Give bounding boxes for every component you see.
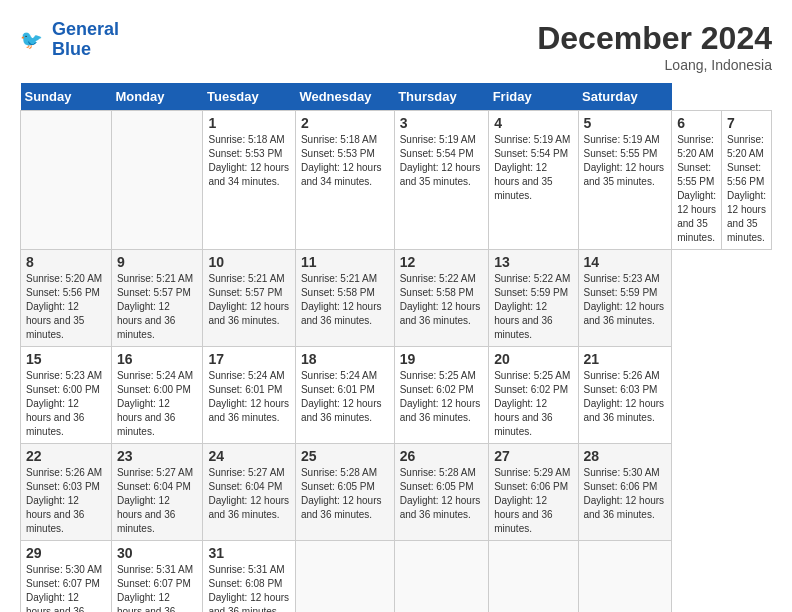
sunrise-text: Sunrise: 5:28 AM [301,467,377,478]
sunset-text: Sunset: 5:54 PM [494,148,568,159]
sunrise-text: Sunrise: 5:20 AM [677,134,714,159]
daylight-text: Daylight: 12 hours and 36 minutes. [584,301,665,326]
sunset-text: Sunset: 6:03 PM [26,481,100,492]
day-number: 30 [117,545,198,561]
sunrise-text: Sunrise: 5:27 AM [208,467,284,478]
daylight-text: Daylight: 12 hours and 36 minutes. [400,301,481,326]
day-number: 18 [301,351,389,367]
sunset-text: Sunset: 6:05 PM [301,481,375,492]
day-number: 25 [301,448,389,464]
calendar-cell: 22 Sunrise: 5:26 AM Sunset: 6:03 PM Dayl… [21,444,112,541]
calendar-cell: 31 Sunrise: 5:31 AM Sunset: 6:08 PM Dayl… [203,541,295,613]
day-number: 5 [584,115,667,131]
calendar-cell: 14 Sunrise: 5:23 AM Sunset: 5:59 PM Dayl… [578,250,672,347]
day-info: Sunrise: 5:27 AM Sunset: 6:04 PM Dayligh… [208,466,289,522]
day-info: Sunrise: 5:20 AM Sunset: 5:55 PM Dayligh… [677,133,716,245]
page-header: 🐦 General Blue December 2024 Loang, Indo… [20,20,772,73]
day-info: Sunrise: 5:22 AM Sunset: 5:58 PM Dayligh… [400,272,484,328]
calendar-cell: 29 Sunrise: 5:30 AM Sunset: 6:07 PM Dayl… [21,541,112,613]
day-number: 17 [208,351,289,367]
sunrise-text: Sunrise: 5:31 AM [208,564,284,575]
sunset-text: Sunset: 6:07 PM [117,578,191,589]
sunset-text: Sunset: 6:01 PM [208,384,282,395]
daylight-text: Daylight: 12 hours and 36 minutes. [208,398,289,423]
daylight-text: Daylight: 12 hours and 35 minutes. [26,301,84,340]
day-number: 15 [26,351,106,367]
calendar-cell: 24 Sunrise: 5:27 AM Sunset: 6:04 PM Dayl… [203,444,295,541]
sunrise-text: Sunrise: 5:22 AM [494,273,570,284]
day-info: Sunrise: 5:26 AM Sunset: 6:03 PM Dayligh… [584,369,667,425]
sunrise-text: Sunrise: 5:22 AM [400,273,476,284]
sunset-text: Sunset: 6:02 PM [494,384,568,395]
weekday-header-saturday: Saturday [578,83,672,111]
day-info: Sunrise: 5:26 AM Sunset: 6:03 PM Dayligh… [26,466,106,536]
daylight-text: Daylight: 12 hours and 36 minutes. [26,592,84,612]
sunrise-text: Sunrise: 5:18 AM [208,134,284,145]
calendar-cell [21,111,112,250]
calendar-table: SundayMondayTuesdayWednesdayThursdayFrid… [20,83,772,612]
sunrise-text: Sunrise: 5:23 AM [584,273,660,284]
sunrise-text: Sunrise: 5:19 AM [494,134,570,145]
day-info: Sunrise: 5:18 AM Sunset: 5:53 PM Dayligh… [301,133,389,189]
svg-text:🐦: 🐦 [20,28,43,50]
day-number: 1 [208,115,289,131]
daylight-text: Daylight: 12 hours and 36 minutes. [301,495,382,520]
day-number: 19 [400,351,484,367]
sunset-text: Sunset: 6:07 PM [26,578,100,589]
logo-general: General [52,19,119,39]
day-info: Sunrise: 5:25 AM Sunset: 6:02 PM Dayligh… [400,369,484,425]
sunrise-text: Sunrise: 5:26 AM [584,370,660,381]
day-info: Sunrise: 5:21 AM Sunset: 5:57 PM Dayligh… [117,272,198,342]
sunset-text: Sunset: 5:53 PM [208,148,282,159]
page-container: 🐦 General Blue December 2024 Loang, Indo… [20,20,772,612]
sunset-text: Sunset: 5:55 PM [584,148,658,159]
day-number: 4 [494,115,572,131]
sunrise-text: Sunrise: 5:31 AM [117,564,193,575]
sunset-text: Sunset: 6:01 PM [301,384,375,395]
calendar-week-row: 22 Sunrise: 5:26 AM Sunset: 6:03 PM Dayl… [21,444,772,541]
sunset-text: Sunset: 6:04 PM [208,481,282,492]
day-number: 7 [727,115,766,131]
calendar-cell: 10 Sunrise: 5:21 AM Sunset: 5:57 PM Dayl… [203,250,295,347]
day-number: 28 [584,448,667,464]
day-info: Sunrise: 5:30 AM Sunset: 6:07 PM Dayligh… [26,563,106,612]
daylight-text: Daylight: 12 hours and 36 minutes. [301,301,382,326]
sunset-text: Sunset: 5:57 PM [117,287,191,298]
calendar-cell: 3 Sunrise: 5:19 AM Sunset: 5:54 PM Dayli… [394,111,489,250]
daylight-text: Daylight: 12 hours and 36 minutes. [584,495,665,520]
calendar-week-row: 15 Sunrise: 5:23 AM Sunset: 6:00 PM Dayl… [21,347,772,444]
daylight-text: Daylight: 12 hours and 36 minutes. [494,398,552,437]
daylight-text: Daylight: 12 hours and 36 minutes. [400,495,481,520]
sunset-text: Sunset: 5:58 PM [400,287,474,298]
day-number: 12 [400,254,484,270]
day-info: Sunrise: 5:20 AM Sunset: 5:56 PM Dayligh… [26,272,106,342]
daylight-text: Daylight: 12 hours and 36 minutes. [208,301,289,326]
day-number: 13 [494,254,572,270]
day-number: 11 [301,254,389,270]
weekday-header-sunday: Sunday [21,83,112,111]
calendar-cell: 4 Sunrise: 5:19 AM Sunset: 5:54 PM Dayli… [489,111,578,250]
day-number: 23 [117,448,198,464]
daylight-text: Daylight: 12 hours and 35 minutes. [584,162,665,187]
sunset-text: Sunset: 6:06 PM [584,481,658,492]
calendar-cell: 2 Sunrise: 5:18 AM Sunset: 5:53 PM Dayli… [295,111,394,250]
sunrise-text: Sunrise: 5:27 AM [117,467,193,478]
calendar-cell: 1 Sunrise: 5:18 AM Sunset: 5:53 PM Dayli… [203,111,295,250]
sunset-text: Sunset: 5:55 PM [677,162,714,187]
weekday-header-tuesday: Tuesday [203,83,295,111]
daylight-text: Daylight: 12 hours and 36 minutes. [26,398,84,437]
day-number: 16 [117,351,198,367]
calendar-cell: 20 Sunrise: 5:25 AM Sunset: 6:02 PM Dayl… [489,347,578,444]
weekday-header-thursday: Thursday [394,83,489,111]
sunset-text: Sunset: 5:57 PM [208,287,282,298]
daylight-text: Daylight: 12 hours and 36 minutes. [117,398,175,437]
weekday-header-friday: Friday [489,83,578,111]
sunset-text: Sunset: 6:06 PM [494,481,568,492]
day-number: 14 [584,254,667,270]
sunrise-text: Sunrise: 5:24 AM [117,370,193,381]
calendar-cell [295,541,394,613]
sunrise-text: Sunrise: 5:19 AM [400,134,476,145]
day-info: Sunrise: 5:22 AM Sunset: 5:59 PM Dayligh… [494,272,572,342]
day-number: 27 [494,448,572,464]
calendar-cell: 8 Sunrise: 5:20 AM Sunset: 5:56 PM Dayli… [21,250,112,347]
